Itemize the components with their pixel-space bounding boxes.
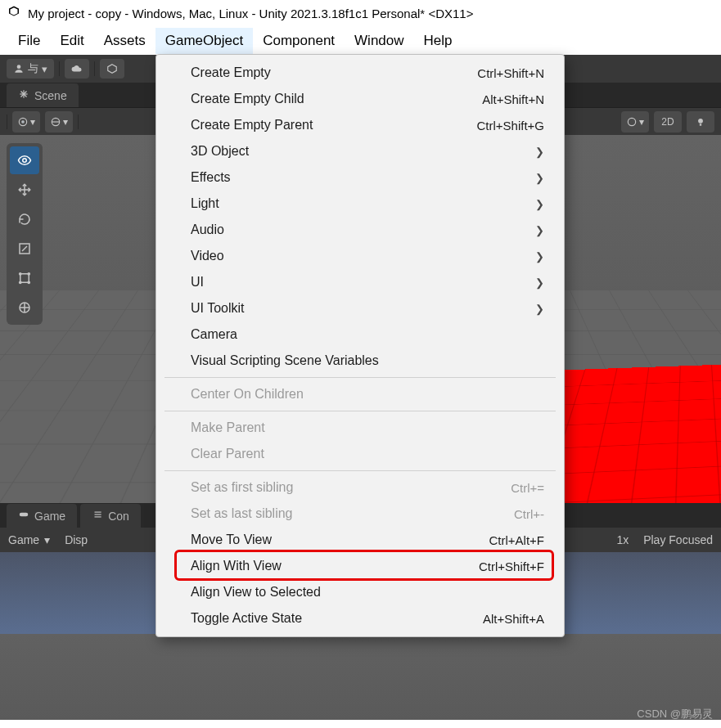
shading-mode-button[interactable]: ▾ xyxy=(45,111,73,133)
svg-point-10 xyxy=(628,118,635,125)
svg-rect-26 xyxy=(20,513,29,517)
account-button[interactable]: 与 ▾ xyxy=(7,59,54,79)
svg-point-22 xyxy=(28,281,29,283)
dropdown-item-label: Camera xyxy=(191,327,237,342)
dropdown-separator xyxy=(164,411,556,411)
chevron-down-icon: ▾ xyxy=(639,116,644,128)
view-tool[interactable] xyxy=(10,146,39,174)
menu-file[interactable]: File xyxy=(8,28,50,54)
dropdown-item-ui[interactable]: UI❯ xyxy=(156,269,564,295)
dropdown-item-create-empty-parent[interactable]: Create Empty ParentCtrl+Shift+G xyxy=(156,112,564,138)
dropdown-item-label: 3D Object xyxy=(191,144,249,159)
svg-rect-18 xyxy=(20,274,29,283)
scale-value: 1x xyxy=(616,533,629,546)
rotate-tool[interactable] xyxy=(10,205,39,233)
menu-edit[interactable]: Edit xyxy=(50,28,93,54)
dropdown-item-label: Clear Parent xyxy=(191,447,264,461)
chevron-right-icon: ❯ xyxy=(535,303,544,315)
chevron-right-icon: ❯ xyxy=(535,146,544,158)
unity-logo-icon xyxy=(7,5,21,22)
list-icon xyxy=(92,509,103,523)
chevron-right-icon: ❯ xyxy=(535,172,544,184)
titlebar: My project - copy - Windows, Mac, Linux … xyxy=(0,0,721,26)
cloud-button[interactable] xyxy=(65,59,89,79)
scale-tool[interactable] xyxy=(10,235,39,263)
dropdown-item-label: UI xyxy=(191,275,204,290)
dropdown-item-ui-toolkit[interactable]: UI Toolkit❯ xyxy=(156,295,564,321)
dropdown-item-make-parent: Make Parent xyxy=(156,415,564,441)
rect-tool[interactable] xyxy=(10,264,39,292)
dropdown-item-camera[interactable]: Camera xyxy=(156,321,564,348)
dropdown-item-label: Audio xyxy=(191,222,224,237)
dropdown-item-3d-object[interactable]: 3D Object❯ xyxy=(156,138,564,164)
gameobject-dropdown: Create EmptyCtrl+Shift+NCreate Empty Chi… xyxy=(155,54,565,637)
svg-point-7 xyxy=(22,120,24,122)
toolbar-divider xyxy=(59,61,60,76)
dropdown-item-label: Create Empty Child xyxy=(191,92,304,106)
dropdown-item-light[interactable]: Light❯ xyxy=(156,191,564,217)
dropdown-item-shortcut: Ctrl+Shift+N xyxy=(477,66,544,80)
two-d-toggle[interactable]: 2D xyxy=(654,111,682,133)
dropdown-item-label: Toggle Active State xyxy=(191,611,302,626)
dropdown-item-shortcut: Ctrl+- xyxy=(514,507,544,521)
dropdown-item-visual-scripting-scene-variables[interactable]: Visual Scripting Scene Variables xyxy=(156,348,564,374)
play-focus-dropdown[interactable]: Play Focused xyxy=(643,533,713,546)
dropdown-separator xyxy=(164,470,556,471)
dropdown-item-label: Create Empty xyxy=(191,65,271,80)
game-mode-dropdown[interactable]: Game ▾ xyxy=(8,533,50,546)
svg-point-21 xyxy=(20,281,21,283)
menu-gameobject[interactable]: GameObject xyxy=(155,28,253,54)
dropdown-item-label: Align With View xyxy=(191,559,282,573)
gizmo-dropdown[interactable]: ▾ xyxy=(621,111,649,133)
menu-help[interactable]: Help xyxy=(414,28,462,54)
dropdown-separator xyxy=(164,377,556,378)
svg-point-19 xyxy=(20,273,21,275)
scale-label: 1x xyxy=(616,533,629,546)
scene-tab-icon xyxy=(18,88,29,102)
menu-window[interactable]: Window xyxy=(345,28,413,54)
dropdown-item-create-empty[interactable]: Create EmptyCtrl+Shift+N xyxy=(156,60,564,86)
console-tab[interactable]: Con xyxy=(80,504,141,528)
dropdown-item-label: Light xyxy=(191,196,219,211)
dropdown-item-align-view-to-selected[interactable]: Align View to Selected xyxy=(156,579,564,605)
dropdown-item-video[interactable]: Video❯ xyxy=(156,243,564,269)
scene-tab[interactable]: Scene xyxy=(7,83,79,107)
watermark: CSDN @鹏易灵 xyxy=(637,707,713,721)
dropdown-item-label: Make Parent xyxy=(191,420,265,435)
menu-component[interactable]: Component xyxy=(253,28,345,54)
scene-toolbar-divider xyxy=(7,115,7,129)
chevron-down-icon: ▾ xyxy=(44,533,50,546)
dropdown-item-effects[interactable]: Effects❯ xyxy=(156,164,564,191)
game-tab[interactable]: Game xyxy=(7,504,77,528)
dropdown-item-label: Set as last sibling xyxy=(191,506,293,521)
dropdown-item-toggle-active-state[interactable]: Toggle Active StateAlt+Shift+A xyxy=(156,605,564,631)
lighting-toggle[interactable] xyxy=(687,111,714,133)
dropdown-item-set-as-last-sibling: Set as last siblingCtrl+- xyxy=(156,501,564,527)
dropdown-item-center-on-children: Center On Children xyxy=(156,381,564,407)
draw-mode-button[interactable]: ▾ xyxy=(12,111,40,133)
display-dropdown[interactable]: Disp xyxy=(65,533,88,546)
game-mode-label: Game xyxy=(8,533,39,546)
svg-marker-1 xyxy=(108,65,117,74)
dropdown-item-align-with-view[interactable]: Align With ViewCtrl+Shift+F xyxy=(156,553,564,579)
chevron-down-icon: ▾ xyxy=(63,116,68,128)
menubar: File Edit Assets GameObject Component Wi… xyxy=(0,26,721,55)
dropdown-item-label: Visual Scripting Scene Variables xyxy=(191,353,379,368)
move-tool[interactable] xyxy=(10,176,39,204)
transform-tool[interactable] xyxy=(10,294,39,321)
dropdown-item-audio[interactable]: Audio❯ xyxy=(156,217,564,243)
svg-point-20 xyxy=(28,273,29,275)
two-d-label: 2D xyxy=(661,116,674,128)
chevron-down-icon: ▾ xyxy=(30,116,35,128)
dropdown-item-create-empty-child[interactable]: Create Empty ChildAlt+Shift+N xyxy=(156,86,564,112)
svg-point-13 xyxy=(23,159,27,163)
svg-point-11 xyxy=(698,118,703,123)
svg-rect-12 xyxy=(700,124,701,125)
dropdown-item-set-as-first-sibling: Set as first siblingCtrl+= xyxy=(156,474,564,501)
menu-assets[interactable]: Assets xyxy=(94,28,155,54)
gamepad-icon xyxy=(18,509,29,523)
chevron-right-icon: ❯ xyxy=(535,198,544,210)
chevron-right-icon: ❯ xyxy=(535,276,544,289)
unity-hub-button[interactable] xyxy=(100,59,124,79)
dropdown-item-move-to-view[interactable]: Move To ViewCtrl+Alt+F xyxy=(156,527,564,553)
